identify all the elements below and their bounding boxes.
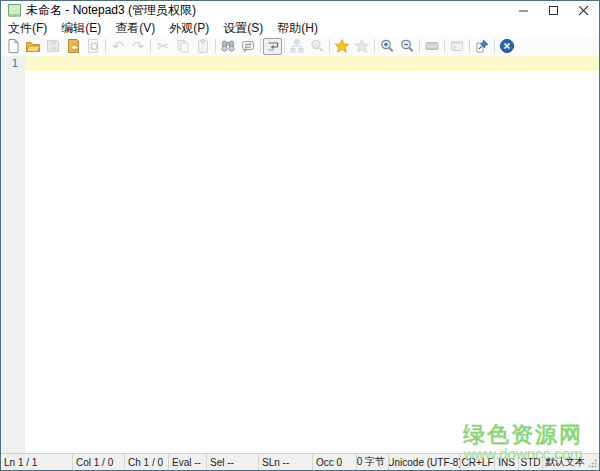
svg-text:@: @ [313, 42, 319, 48]
hex-view-button[interactable] [422, 37, 442, 55]
copy-button[interactable] [173, 37, 193, 55]
hex-view-icon [424, 38, 440, 54]
status-eol-mode[interactable]: CR+LF [461, 454, 495, 470]
toolbar-separator [469, 39, 470, 53]
status-occurrences: Occ 0 [313, 454, 357, 470]
menu-view[interactable]: 查看(V) [110, 20, 160, 37]
add-favorite-button[interactable] [352, 37, 372, 55]
menu-appearance[interactable]: 外观(P) [164, 20, 214, 37]
zoom-out-button[interactable] [397, 37, 417, 55]
revert-icon [85, 38, 101, 54]
toolbar-separator [260, 39, 261, 53]
undo-button[interactable]: ↶ [108, 37, 128, 55]
notepad3-window: 未命名 - Notepad3 (管理员权限) 文件(F) 编辑(E) 查看(V)… [0, 0, 600, 471]
toolbar-separator [215, 39, 216, 53]
status-insert-mode[interactable]: INS [495, 454, 519, 470]
open-file-icon [25, 38, 41, 54]
menu-file[interactable]: 文件(F) [3, 20, 52, 37]
save-icon [45, 38, 61, 54]
zoom-in-button[interactable] [377, 37, 397, 55]
minimize-button[interactable] [509, 1, 539, 20]
console-button[interactable] [447, 37, 467, 55]
status-selected-lines: SLn -- [259, 454, 313, 470]
editor-area[interactable]: 1 [1, 56, 599, 453]
favorites-button[interactable] [332, 37, 352, 55]
status-encoding[interactable]: Unicode (UTF-8) [389, 454, 461, 470]
pin-on-top-icon [474, 38, 490, 54]
line-number-gutter: 1 [1, 56, 25, 453]
resize-grip[interactable] [587, 454, 599, 470]
minimize-icon [519, 6, 529, 16]
redo-icon: ↷ [132, 39, 144, 53]
exit-icon [499, 38, 515, 54]
console-icon [449, 38, 465, 54]
code-folding-icon [289, 38, 305, 54]
save-as-button[interactable] [63, 37, 83, 55]
maximize-icon [549, 6, 559, 16]
status-column: Col 1 / 0 [73, 454, 125, 470]
word-wrap-icon [266, 39, 280, 53]
status-character: Ch 1 / 0 [125, 454, 169, 470]
title-bar: 未命名 - Notepad3 (管理员权限) [1, 1, 599, 20]
status-eval: Eval -- [169, 454, 207, 470]
pin-on-top-button[interactable] [472, 37, 492, 55]
toolbar-separator [150, 39, 151, 53]
preview-icon: @ [309, 38, 325, 54]
replace-button[interactable] [238, 37, 258, 55]
status-selection: Sel -- [207, 454, 259, 470]
zoom-out-icon [399, 38, 415, 54]
toolbar-separator [105, 39, 106, 53]
window-controls [509, 1, 599, 20]
find-button[interactable] [218, 37, 238, 55]
notepad3-app-icon [8, 4, 21, 17]
status-line: Ln 1 / 1 [1, 454, 73, 470]
find-icon [220, 38, 236, 54]
word-wrap-button[interactable] [263, 38, 282, 55]
current-line-highlight [25, 56, 599, 71]
toolbar: ↶ ↷ ✂ [1, 36, 599, 56]
undo-icon: ↶ [112, 39, 124, 53]
toolbar-separator [284, 39, 285, 53]
resize-grip-icon [588, 459, 597, 468]
status-file-size: 0 字节 [357, 454, 389, 470]
menu-help[interactable]: 帮助(H) [272, 20, 323, 37]
close-button[interactable] [569, 1, 599, 20]
status-syntax-scheme[interactable]: 默认文本 [543, 454, 587, 470]
exit-button[interactable] [497, 37, 517, 55]
redo-button[interactable]: ↷ [128, 37, 148, 55]
cut-icon: ✂ [157, 39, 169, 53]
menu-bar: 文件(F) 编辑(E) 查看(V) 外观(P) 设置(S) 帮助(H) [1, 20, 599, 36]
code-folding-button[interactable] [287, 37, 307, 55]
close-icon [579, 6, 589, 16]
copy-icon [175, 38, 191, 54]
line-number: 1 [1, 56, 25, 70]
open-file-button[interactable] [23, 37, 43, 55]
status-std-mode[interactable]: STD [519, 454, 543, 470]
toolbar-separator [444, 39, 445, 53]
status-bar: Ln 1 / 1 Col 1 / 0 Ch 1 / 0 Eval -- Sel … [1, 453, 599, 470]
paste-button[interactable] [193, 37, 213, 55]
new-file-button[interactable] [3, 37, 23, 55]
toolbar-separator [329, 39, 330, 53]
save-button[interactable] [43, 37, 63, 55]
preview-button[interactable]: @ [307, 37, 327, 55]
window-title: 未命名 - Notepad3 (管理员权限) [26, 2, 196, 19]
revert-file-button[interactable] [83, 37, 103, 55]
cut-button[interactable]: ✂ [153, 37, 173, 55]
zoom-in-icon [379, 38, 395, 54]
toolbar-separator [419, 39, 420, 53]
new-file-icon [5, 38, 21, 54]
replace-icon [240, 38, 256, 54]
favorites-icon [334, 38, 350, 54]
maximize-button[interactable] [539, 1, 569, 20]
save-as-icon [65, 38, 81, 54]
add-favorite-icon [354, 38, 370, 54]
menu-edit[interactable]: 编辑(E) [56, 20, 106, 37]
paste-icon [195, 38, 211, 54]
menu-settings[interactable]: 设置(S) [218, 20, 268, 37]
toolbar-separator [374, 39, 375, 53]
toolbar-separator [494, 39, 495, 53]
